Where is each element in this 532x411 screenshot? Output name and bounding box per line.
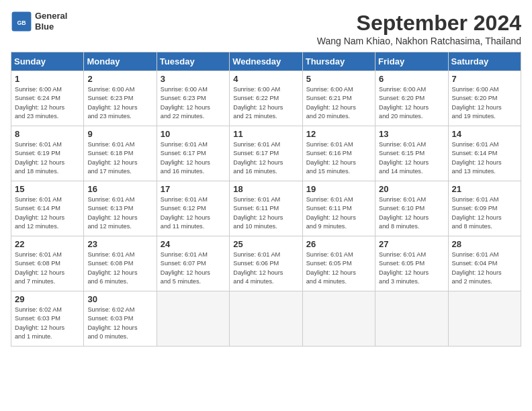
calendar-day-27: 27Sunrise: 6:01 AM Sunset: 6:05 PM Dayli…	[375, 236, 448, 291]
day-info: Sunrise: 6:00 AM Sunset: 6:22 PM Dayligh…	[233, 85, 298, 121]
day-info: Sunrise: 6:01 AM Sunset: 6:08 PM Dayligh…	[87, 250, 152, 286]
location-title: Wang Nam Khiao, Nakhon Ratchasima, Thail…	[317, 36, 521, 46]
calendar-day-3: 3Sunrise: 6:00 AM Sunset: 6:23 PM Daylig…	[157, 71, 229, 126]
calendar-day-28: 28Sunrise: 6:01 AM Sunset: 6:04 PM Dayli…	[448, 236, 521, 291]
empty-cell	[302, 291, 375, 347]
day-number: 18	[233, 184, 298, 194]
empty-cell	[375, 291, 448, 347]
calendar: SundayMondayTuesdayWednesdayThursdayFrid…	[11, 52, 521, 347]
calendar-day-21: 21Sunrise: 6:01 AM Sunset: 6:09 PM Dayli…	[448, 181, 521, 236]
logo-icon: GB	[11, 11, 32, 32]
svg-text:GB: GB	[17, 19, 26, 26]
day-number: 5	[306, 74, 371, 84]
day-number: 2	[87, 74, 152, 84]
calendar-day-26: 26Sunrise: 6:01 AM Sunset: 6:05 PM Dayli…	[302, 236, 375, 291]
day-number: 14	[452, 129, 517, 139]
logo-text: General Blue	[35, 11, 67, 32]
calendar-day-16: 16Sunrise: 6:01 AM Sunset: 6:13 PM Dayli…	[84, 181, 157, 236]
day-info: Sunrise: 6:01 AM Sunset: 6:12 PM Dayligh…	[161, 195, 226, 231]
calendar-day-8: 8Sunrise: 6:01 AM Sunset: 6:19 PM Daylig…	[11, 126, 84, 181]
logo: GB General Blue	[11, 11, 67, 32]
day-info: Sunrise: 6:01 AM Sunset: 6:13 PM Dayligh…	[87, 195, 152, 231]
day-number: 27	[379, 239, 444, 249]
day-number: 6	[379, 74, 444, 84]
calendar-day-4: 4Sunrise: 6:00 AM Sunset: 6:22 PM Daylig…	[230, 71, 302, 126]
weekday-header-thursday: Thursday	[302, 52, 375, 71]
day-number: 8	[15, 129, 80, 139]
calendar-day-17: 17Sunrise: 6:01 AM Sunset: 6:12 PM Dayli…	[157, 181, 229, 236]
calendar-day-2: 2Sunrise: 6:00 AM Sunset: 6:23 PM Daylig…	[84, 71, 157, 126]
day-info: Sunrise: 6:00 AM Sunset: 6:20 PM Dayligh…	[452, 85, 517, 121]
calendar-day-29: 29Sunrise: 6:02 AM Sunset: 6:03 PM Dayli…	[11, 291, 84, 347]
empty-cell	[230, 291, 302, 347]
day-number: 7	[452, 74, 517, 84]
day-info: Sunrise: 6:02 AM Sunset: 6:03 PM Dayligh…	[15, 306, 80, 341]
weekday-header-friday: Friday	[375, 52, 448, 71]
empty-cell	[157, 291, 229, 347]
day-number: 12	[306, 129, 371, 139]
day-info: Sunrise: 6:01 AM Sunset: 6:14 PM Dayligh…	[452, 140, 517, 176]
day-info: Sunrise: 6:00 AM Sunset: 6:23 PM Dayligh…	[87, 85, 152, 121]
calendar-day-1: 1Sunrise: 6:00 AM Sunset: 6:24 PM Daylig…	[11, 71, 84, 126]
month-title: September 2024	[317, 11, 521, 36]
calendar-day-18: 18Sunrise: 6:01 AM Sunset: 6:11 PM Dayli…	[230, 181, 302, 236]
calendar-day-14: 14Sunrise: 6:01 AM Sunset: 6:14 PM Dayli…	[448, 126, 521, 181]
day-info: Sunrise: 6:01 AM Sunset: 6:05 PM Dayligh…	[379, 250, 444, 286]
calendar-day-12: 12Sunrise: 6:01 AM Sunset: 6:16 PM Dayli…	[302, 126, 375, 181]
calendar-day-13: 13Sunrise: 6:01 AM Sunset: 6:15 PM Dayli…	[375, 126, 448, 181]
day-info: Sunrise: 6:01 AM Sunset: 6:11 PM Dayligh…	[233, 195, 298, 231]
day-number: 28	[452, 239, 517, 249]
day-number: 24	[161, 239, 226, 249]
calendar-day-25: 25Sunrise: 6:01 AM Sunset: 6:06 PM Dayli…	[230, 236, 302, 291]
day-info: Sunrise: 6:00 AM Sunset: 6:23 PM Dayligh…	[161, 85, 226, 121]
day-info: Sunrise: 6:01 AM Sunset: 6:16 PM Dayligh…	[306, 140, 371, 176]
calendar-day-15: 15Sunrise: 6:01 AM Sunset: 6:14 PM Dayli…	[11, 181, 84, 236]
day-number: 25	[233, 239, 298, 249]
calendar-day-6: 6Sunrise: 6:00 AM Sunset: 6:20 PM Daylig…	[375, 71, 448, 126]
day-info: Sunrise: 6:01 AM Sunset: 6:05 PM Dayligh…	[306, 250, 371, 286]
calendar-day-22: 22Sunrise: 6:01 AM Sunset: 6:08 PM Dayli…	[11, 236, 84, 291]
day-number: 19	[306, 184, 371, 194]
day-number: 9	[87, 129, 152, 139]
day-info: Sunrise: 6:00 AM Sunset: 6:20 PM Dayligh…	[379, 85, 444, 121]
weekday-header-tuesday: Tuesday	[157, 52, 229, 71]
day-number: 1	[15, 74, 80, 84]
day-number: 11	[233, 129, 298, 139]
day-info: Sunrise: 6:00 AM Sunset: 6:24 PM Dayligh…	[15, 85, 80, 121]
calendar-day-11: 11Sunrise: 6:01 AM Sunset: 6:17 PM Dayli…	[230, 126, 302, 181]
weekday-header-saturday: Saturday	[448, 52, 521, 71]
day-info: Sunrise: 6:01 AM Sunset: 6:18 PM Dayligh…	[87, 140, 152, 176]
day-number: 13	[379, 129, 444, 139]
day-info: Sunrise: 6:02 AM Sunset: 6:03 PM Dayligh…	[87, 306, 152, 341]
day-info: Sunrise: 6:01 AM Sunset: 6:15 PM Dayligh…	[379, 140, 444, 176]
day-info: Sunrise: 6:01 AM Sunset: 6:04 PM Dayligh…	[452, 250, 517, 286]
day-info: Sunrise: 6:01 AM Sunset: 6:08 PM Dayligh…	[15, 250, 80, 286]
day-info: Sunrise: 6:01 AM Sunset: 6:19 PM Dayligh…	[15, 140, 80, 176]
day-info: Sunrise: 6:01 AM Sunset: 6:07 PM Dayligh…	[161, 250, 226, 286]
calendar-day-24: 24Sunrise: 6:01 AM Sunset: 6:07 PM Dayli…	[157, 236, 229, 291]
day-number: 22	[15, 239, 80, 249]
day-info: Sunrise: 6:01 AM Sunset: 6:10 PM Dayligh…	[379, 195, 444, 231]
day-number: 16	[87, 184, 152, 194]
calendar-day-23: 23Sunrise: 6:01 AM Sunset: 6:08 PM Dayli…	[84, 236, 157, 291]
weekday-header-sunday: Sunday	[11, 52, 84, 71]
day-number: 17	[161, 184, 226, 194]
calendar-day-9: 9Sunrise: 6:01 AM Sunset: 6:18 PM Daylig…	[84, 126, 157, 181]
day-number: 3	[161, 74, 226, 84]
calendar-day-20: 20Sunrise: 6:01 AM Sunset: 6:10 PM Dayli…	[375, 181, 448, 236]
empty-cell	[448, 291, 521, 347]
day-info: Sunrise: 6:00 AM Sunset: 6:21 PM Dayligh…	[306, 85, 371, 121]
day-info: Sunrise: 6:01 AM Sunset: 6:06 PM Dayligh…	[233, 250, 298, 286]
calendar-day-19: 19Sunrise: 6:01 AM Sunset: 6:11 PM Dayli…	[302, 181, 375, 236]
day-info: Sunrise: 6:01 AM Sunset: 6:11 PM Dayligh…	[306, 195, 371, 231]
day-number: 10	[161, 129, 226, 139]
day-info: Sunrise: 6:01 AM Sunset: 6:17 PM Dayligh…	[233, 140, 298, 176]
calendar-day-30: 30Sunrise: 6:02 AM Sunset: 6:03 PM Dayli…	[84, 291, 157, 347]
calendar-day-5: 5Sunrise: 6:00 AM Sunset: 6:21 PM Daylig…	[302, 71, 375, 126]
day-number: 23	[87, 239, 152, 249]
day-number: 29	[15, 294, 80, 304]
weekday-header-monday: Monday	[84, 52, 157, 71]
day-number: 26	[306, 239, 371, 249]
weekday-header-wednesday: Wednesday	[230, 52, 302, 71]
day-number: 4	[233, 74, 298, 84]
